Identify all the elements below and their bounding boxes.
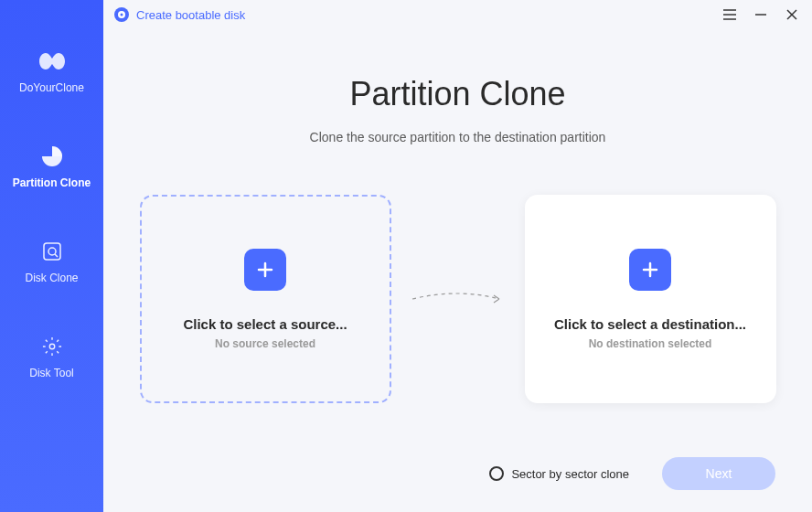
- close-button[interactable]: [783, 5, 801, 24]
- plus-icon: [244, 249, 286, 291]
- bootable-disk-icon: [114, 7, 129, 22]
- source-card-subtitle: No source selected: [215, 337, 315, 350]
- logo-icon: [39, 48, 65, 74]
- cards-row: Click to select a source... No source se…: [140, 195, 776, 403]
- sidebar-item-doyourclone[interactable]: DoYourClone: [0, 41, 103, 101]
- sector-label: Sector by sector clone: [511, 467, 629, 481]
- sector-by-sector-checkbox[interactable]: Sector by sector clone: [489, 466, 629, 481]
- svg-point-1: [48, 248, 56, 255]
- plus-icon: [629, 249, 671, 291]
- sidebar-label: Disk Clone: [25, 272, 78, 284]
- pie-chart-icon: [39, 144, 65, 169]
- sidebar-label: Partition Clone: [13, 176, 91, 189]
- page-title: Partition Clone: [349, 75, 565, 113]
- sidebar-item-disk-tool[interactable]: Disk Tool: [0, 326, 103, 387]
- gear-icon: [39, 334, 65, 359]
- radio-icon: [489, 466, 504, 481]
- window-controls: [721, 5, 801, 24]
- content: Partition Clone Clone the source partiti…: [103, 29, 812, 512]
- source-card-title: Click to select a source...: [183, 316, 347, 332]
- titlebar: Create bootable disk: [103, 0, 812, 29]
- sidebar-label: DoYourClone: [19, 81, 84, 94]
- create-bootable-label: Create bootable disk: [136, 8, 245, 22]
- disk-search-icon: [39, 239, 65, 264]
- svg-point-3: [49, 344, 55, 349]
- dest-card-subtitle: No destination selected: [589, 337, 712, 350]
- footer-row: Sector by sector clone Next: [489, 457, 775, 490]
- next-button[interactable]: Next: [662, 457, 775, 490]
- sidebar-item-disk-clone[interactable]: Disk Clone: [0, 231, 103, 292]
- svg-rect-0: [44, 243, 60, 260]
- sidebar: DoYourClone Partition Clone Disk Clone D…: [0, 0, 103, 512]
- page-subtitle: Clone the source partition to the destin…: [310, 130, 606, 144]
- select-source-card[interactable]: Click to select a source... No source se…: [140, 195, 391, 403]
- create-bootable-disk-link[interactable]: Create bootable disk: [114, 7, 245, 22]
- sidebar-item-partition-clone[interactable]: Partition Clone: [0, 136, 103, 197]
- minimize-button[interactable]: [752, 5, 770, 24]
- main-area: Create bootable disk Partition Clone Clo…: [103, 0, 812, 512]
- select-destination-card[interactable]: Click to select a destination... No dest…: [525, 195, 776, 403]
- svg-point-5: [121, 14, 123, 16]
- sidebar-label: Disk Tool: [29, 367, 73, 379]
- menu-button[interactable]: [721, 5, 739, 24]
- dest-card-title: Click to select a destination...: [554, 316, 746, 332]
- arrow-icon: [408, 285, 508, 313]
- svg-line-2: [55, 254, 58, 257]
